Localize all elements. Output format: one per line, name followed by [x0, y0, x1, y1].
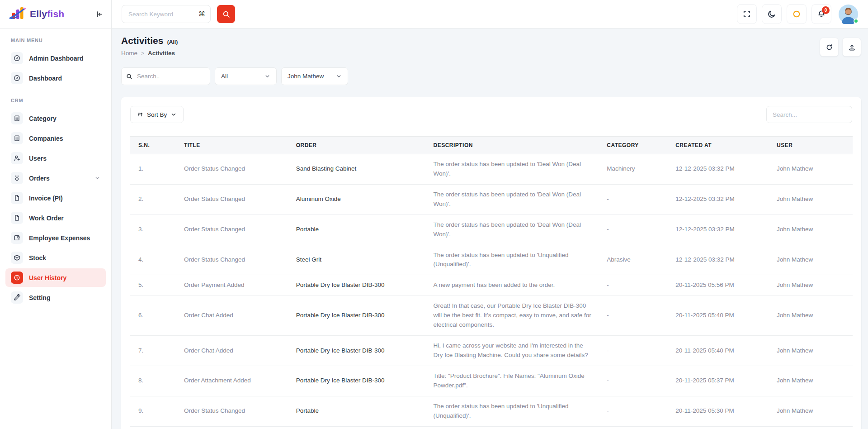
- cell-description: The order status has been updated to 'De…: [426, 214, 600, 245]
- cell-description: Title: "Product Brochure". File Names: "…: [426, 366, 600, 396]
- cell-created-at: 20-11-2025 05:30 PM: [668, 396, 769, 426]
- cell-user: John Mathew: [769, 154, 853, 185]
- sidebar-item-companies[interactable]: Companies: [5, 129, 106, 148]
- sidebar-item-employee-expenses[interactable]: Employee Expenses: [5, 229, 106, 247]
- filter-search-input[interactable]: [121, 67, 210, 85]
- sidebar-item-label: Dashboard: [29, 75, 62, 82]
- file-icon: [11, 192, 23, 204]
- cell-order: Portable Dry Ice Blaster DIB-300: [289, 336, 426, 366]
- cell-order: Portable: [289, 214, 426, 245]
- cell-order: Portable Dry Ice Blaster DIB-300: [289, 275, 426, 296]
- page-content: Activities (All) Home > Activities: [112, 29, 868, 429]
- table-row[interactable]: 2. Order Status Changed Aluminum Oxide T…: [130, 184, 853, 214]
- cell-sn: 8.: [130, 366, 177, 396]
- sidebar-item-label: Users: [29, 155, 47, 162]
- column-header[interactable]: DESCRIPTION: [426, 137, 600, 154]
- sidebar-item-label: Category: [29, 115, 57, 122]
- cell-user: John Mathew: [769, 396, 853, 426]
- table-row[interactable]: 6. Order Chat Added Portable Dry Ice Bla…: [130, 296, 853, 336]
- sidebar-item-invoice-pi[interactable]: Invoice (PI): [5, 189, 106, 207]
- filter-user-value: John Mathew: [288, 73, 324, 80]
- column-header[interactable]: CREATED AT: [668, 137, 769, 154]
- column-header[interactable]: S.N.: [130, 137, 177, 154]
- global-search-button[interactable]: [217, 5, 235, 23]
- column-header[interactable]: ORDER: [289, 137, 426, 154]
- dark-mode-button[interactable]: [762, 4, 782, 24]
- chevron-down-icon: [336, 73, 342, 79]
- cell-title: Order Status Changed: [177, 396, 289, 426]
- user-avatar[interactable]: [839, 5, 858, 24]
- sidebar-collapse-button[interactable]: [95, 10, 103, 18]
- filter-type-select[interactable]: All: [215, 67, 277, 85]
- cell-title: Order Status Changed: [177, 154, 289, 185]
- activities-card: Sort By S.N.TITLEORDERDESCRIPTIONCATEGOR…: [121, 97, 861, 429]
- column-header[interactable]: CATEGORY: [599, 137, 668, 154]
- cell-category: -: [599, 296, 668, 336]
- file-icon: [11, 212, 23, 224]
- breadcrumb: Home > Activities: [121, 50, 178, 57]
- package-icon: [11, 252, 23, 264]
- cell-description: A new payment has been added to the orde…: [426, 275, 600, 296]
- export-button[interactable]: [842, 38, 861, 57]
- sidebar-item-label: Orders: [29, 175, 50, 182]
- column-header[interactable]: USER: [769, 137, 853, 154]
- fullscreen-button[interactable]: [737, 4, 757, 24]
- sidebar-item-label: Stock: [29, 254, 46, 262]
- sidebar-item-admin-dashboard[interactable]: Admin Dashboard: [5, 49, 106, 67]
- cell-created-at: 12-12-2025 03:32 PM: [668, 214, 769, 245]
- sidebar-item-users[interactable]: Users: [5, 149, 106, 167]
- sidebar-item-user-history[interactable]: User History: [5, 268, 106, 287]
- cell-sn: 4.: [130, 245, 177, 275]
- sidebar-item-dashboard[interactable]: Dashboard: [5, 69, 106, 87]
- card-toolbar: Sort By: [130, 106, 853, 123]
- cell-order: Steel Grit: [289, 245, 426, 275]
- cell-order: Portable Dry Ice Blaster DIB-300: [289, 366, 426, 396]
- table-row[interactable]: 8. Order Attachment Added Portable Dry I…: [130, 366, 853, 396]
- sidebar-item-work-order[interactable]: Work Order: [5, 209, 106, 227]
- table-search: [766, 106, 852, 123]
- table-row[interactable]: 9. Order Status Changed Portable The ord…: [130, 396, 853, 426]
- table-row[interactable]: 1. Order Status Changed Sand Blasting Ca…: [130, 154, 853, 185]
- logo-bars-icon: [9, 6, 27, 22]
- cell-user: John Mathew: [769, 275, 853, 296]
- main-area: ⌘: [112, 0, 868, 429]
- filter-user-select[interactable]: John Mathew: [281, 67, 348, 85]
- sidebar-nav: MAIN MENU Admin Dashboard Dashboard CRM …: [0, 29, 111, 307]
- sort-by-button[interactable]: Sort By: [130, 106, 184, 123]
- sidebar-item-stock[interactable]: Stock: [5, 248, 106, 267]
- sidebar-item-setting[interactable]: Setting: [5, 288, 106, 307]
- app-logo[interactable]: Ellyfish: [9, 6, 64, 22]
- gauge-icon: [11, 52, 23, 64]
- table-search-input[interactable]: [766, 106, 852, 123]
- table-row[interactable]: 5. Order Payment Added Portable Dry Ice …: [130, 275, 853, 296]
- breadcrumb-home[interactable]: Home: [121, 50, 137, 57]
- table-row[interactable]: 3. Order Status Changed Portable The ord…: [130, 214, 853, 245]
- refresh-button[interactable]: [820, 38, 839, 57]
- column-header[interactable]: TITLE: [177, 137, 289, 154]
- cell-description: Great! In that case, our Portable Dry Ic…: [426, 296, 600, 336]
- wallet-icon: [11, 232, 23, 244]
- cell-sn: 5.: [130, 275, 177, 296]
- cell-title: Order Payment Added: [177, 275, 289, 296]
- search-icon: [222, 10, 230, 18]
- cell-title: Order Status Changed: [177, 214, 289, 245]
- sidebar-item-orders[interactable]: Orders: [5, 169, 106, 187]
- online-status-dot: [854, 19, 859, 24]
- sidebar-item-category[interactable]: Category: [5, 109, 106, 128]
- table-row[interactable]: 4. Order Status Changed Steel Grit The o…: [130, 245, 853, 275]
- cell-category: -: [599, 275, 668, 296]
- sidebar-section-label: MAIN MENU: [0, 29, 111, 48]
- cell-sn: 2.: [130, 184, 177, 214]
- collapse-left-icon: [95, 10, 103, 18]
- cell-created-at: 20-11-2025 05:56 PM: [668, 275, 769, 296]
- building-icon: [11, 112, 23, 124]
- gauge-icon: [11, 72, 23, 84]
- cell-sn: 3.: [130, 214, 177, 245]
- notifications-button[interactable]: 0: [811, 4, 831, 24]
- cell-category: Machinery: [599, 154, 668, 185]
- cell-title: Order Chat Added: [177, 336, 289, 366]
- chevron-down-icon: [264, 73, 270, 79]
- theme-color-button[interactable]: [787, 4, 807, 24]
- global-search-input[interactable]: [122, 5, 211, 23]
- table-row[interactable]: 7. Order Chat Added Portable Dry Ice Bla…: [130, 336, 853, 366]
